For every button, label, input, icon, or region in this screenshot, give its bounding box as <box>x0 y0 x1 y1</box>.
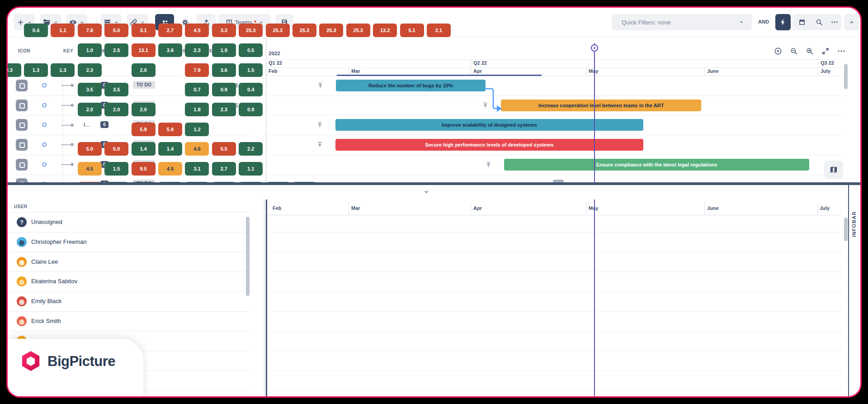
issue-key-link[interactable]: O <box>42 121 47 128</box>
heatmap-cell[interactable]: 0.4 <box>239 83 263 96</box>
heatmap-cell[interactable]: 7.9 <box>185 63 209 77</box>
user-row[interactable]: Emily Black <box>8 292 251 311</box>
toolbar-button-lightning[interactable] <box>775 14 791 30</box>
table-column-header-1[interactable]: KEY <box>63 48 73 53</box>
dependency-arrow[interactable] <box>483 84 505 115</box>
export-milestone-icon[interactable] <box>316 121 323 128</box>
gantt-control-target[interactable] <box>772 45 784 57</box>
gantt-bar[interactable]: Improve scalability of designed systems <box>335 119 643 131</box>
heatmap-cell[interactable]: 0.7 <box>185 83 209 96</box>
heatmap-cell[interactable]: 25.3 <box>266 24 290 37</box>
heatmap-cell[interactable]: 1.5 <box>104 162 128 176</box>
heatmap-cell[interactable]: 2.0 <box>132 103 156 116</box>
heatmap-cell[interactable]: 25.3 <box>319 24 343 37</box>
table-column-header-0[interactable]: ICON <box>18 48 30 53</box>
toolbar-button-search[interactable] <box>811 14 827 30</box>
heatmap-cell[interactable]: 1.0 <box>78 43 102 57</box>
heatmap-cell[interactable]: 0.5 <box>239 43 263 57</box>
heatmap-cell[interactable]: 2.7 <box>158 24 182 37</box>
gantt-vertical-scrollbar[interactable] <box>844 64 848 89</box>
heatmap-cell[interactable]: 4.5 <box>78 162 102 176</box>
heatmap-cell[interactable]: 4.6 <box>185 142 209 156</box>
heatmap-cell[interactable]: 1.5 <box>239 63 263 77</box>
heatmap-cell[interactable]: 3.3 <box>212 24 236 37</box>
issue-key-link[interactable]: O <box>42 102 47 109</box>
heatmap-cell[interactable]: 1.3 <box>51 63 75 77</box>
user-row[interactable]: ?Unassigned <box>8 213 251 232</box>
heatmap-cell[interactable]: 9.5 <box>132 162 156 176</box>
toolbar-button-calendar[interactable] <box>794 14 810 30</box>
heatmap-cell[interactable]: 5.5 <box>212 142 236 156</box>
heatmap-cell[interactable]: 2.3 <box>185 43 209 57</box>
heatmap-cell[interactable]: 13.2 <box>373 24 397 37</box>
heatmap-cell[interactable]: 1.4 <box>132 142 156 156</box>
export-milestone-icon[interactable] <box>317 82 324 89</box>
resources-vertical-scrollbar[interactable] <box>844 218 848 241</box>
issue-key-link[interactable]: O <box>42 161 47 168</box>
export-milestone-icon[interactable] <box>316 141 323 148</box>
gantt-bar[interactable]: Increase cooperation level between teams… <box>501 100 701 111</box>
heatmap-cell[interactable]: 3.6 <box>158 43 182 57</box>
heatmap-cell[interactable]: 1.2 <box>185 123 209 136</box>
heatmap-cell[interactable]: 2.0 <box>104 103 128 116</box>
user-row[interactable]: Ekaterina Sabitov <box>8 272 251 291</box>
heatmap-cell[interactable]: 5.0 <box>104 142 128 156</box>
heatmap-cell[interactable]: 2.3 <box>78 63 102 77</box>
gantt-control-zoom-out[interactable] <box>788 45 800 57</box>
heatmap-cell[interactable]: 0.9 <box>239 103 263 116</box>
gantt-control-expand[interactable] <box>819 45 832 57</box>
user-row[interactable]: Erick Smith <box>8 312 251 331</box>
viewport-indicator[interactable] <box>337 75 542 76</box>
status-badge[interactable]: TO DO <box>133 81 155 89</box>
heatmap-cell[interactable]: 5.1 <box>400 24 424 37</box>
gantt-bar[interactable]: Secure high performance levels of develo… <box>335 139 643 151</box>
heatmap-cell[interactable]: 3.1 <box>132 24 156 37</box>
heatmap-cell[interactable]: 2.1 <box>427 24 451 37</box>
heatmap-cell[interactable]: 1.8 <box>185 103 209 116</box>
user-row[interactable]: Claire Lee <box>8 252 251 271</box>
heatmap-cell[interactable]: 25.3 <box>292 24 316 37</box>
heatmap-cell[interactable]: 25.3 <box>239 24 263 37</box>
heatmap-cell[interactable]: 2.0 <box>78 103 102 116</box>
heatmap-cell[interactable]: 2.2 <box>239 142 263 156</box>
heatmap-cell[interactable]: 4.5 <box>158 162 182 176</box>
heatmap-cell[interactable]: 3.5 <box>78 83 102 96</box>
heatmap-cell[interactable]: 5.0 <box>78 142 102 156</box>
heatmap-cell[interactable]: 13.1 <box>132 43 156 57</box>
quick-filters-dropdown[interactable]: Quick Filters: none <box>612 14 752 30</box>
heatmap-cell[interactable]: 2.7 <box>212 162 236 176</box>
export-milestone-icon[interactable] <box>485 161 492 168</box>
heatmap-cell[interactable]: 0.4 <box>24 24 48 37</box>
gantt-bar[interactable]: Ensure compliance with the latest legal … <box>504 159 809 171</box>
heatmap-cell[interactable]: 1.1 <box>51 24 75 37</box>
heatmap-cell[interactable]: 7.8 <box>78 24 102 37</box>
chevron-down-icon[interactable] <box>738 19 745 25</box>
heatmap-cell[interactable]: 2.3 <box>212 103 236 116</box>
heatmap-cell[interactable]: 3.6 <box>212 63 236 77</box>
heatmap-cell[interactable]: 3.5 <box>104 83 128 96</box>
heatmap-cell[interactable]: 4.5 <box>185 24 209 37</box>
heatmap-cell[interactable]: 2.5 <box>104 43 128 57</box>
heatmap-cell[interactable]: 5.0 <box>104 24 128 37</box>
heatmap-cell[interactable]: 5.9 <box>132 123 156 136</box>
heatmap-cell[interactable]: 1.3 <box>24 63 48 77</box>
heatmap-cell[interactable]: 2.0 <box>132 63 156 77</box>
issue-key-link[interactable]: O <box>42 82 47 89</box>
infobar-vertical-label[interactable]: INFOBAR <box>851 206 861 242</box>
section-divider-bar[interactable] <box>8 182 860 185</box>
map-view-button[interactable] <box>824 161 843 179</box>
heatmap-cell[interactable]: 5.9 <box>158 123 182 136</box>
today-marker[interactable] <box>591 44 598 52</box>
user-row[interactable]: Christopher Freeman <box>8 233 251 252</box>
heatmap-cell[interactable]: 25.3 <box>346 24 370 37</box>
heatmap-cell[interactable]: 1.1 <box>239 162 263 176</box>
gantt-control-zoom-in[interactable] <box>803 45 816 57</box>
expand-bottom-panel-icon[interactable] <box>422 188 430 196</box>
heatmap-cell[interactable]: 0.9 <box>212 83 236 96</box>
toolbar-collapse-button[interactable] <box>844 14 859 30</box>
user-list-scrollbar[interactable] <box>246 217 250 296</box>
toolbar-button-ellipsis[interactable] <box>827 14 842 30</box>
gantt-bar[interactable]: Reduce the number of bugs by 10% <box>336 80 486 91</box>
heatmap-cell[interactable]: 3.1 <box>185 162 209 176</box>
heatmap-cell[interactable]: 1.4 <box>158 142 182 156</box>
